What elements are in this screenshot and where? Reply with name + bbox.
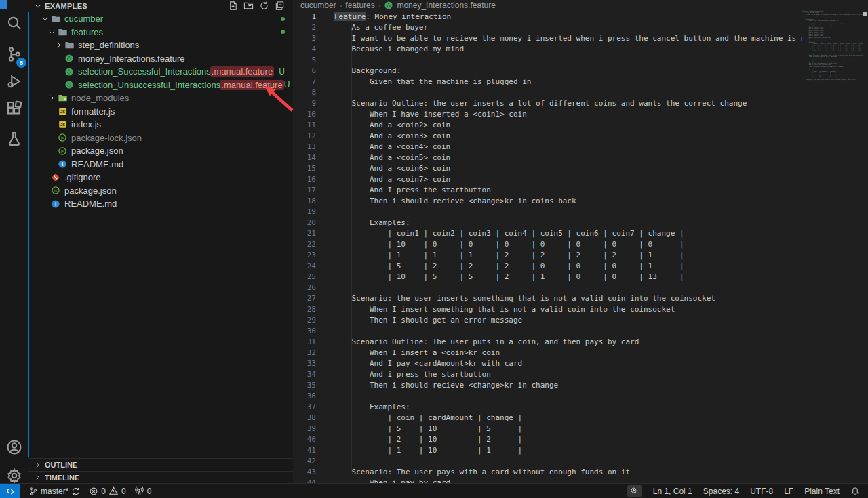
code-line[interactable]: 22 | 10 | 0 | 0 | 0 | 0 | 0 | 0 | 0 | — [293, 239, 802, 250]
tree-item-selection-successful-interactions[interactable]: selection_Successful_Interactions.manual… — [29, 65, 292, 79]
testing-icon[interactable] — [0, 125, 28, 152]
code-line[interactable]: 7 Given that the machine is plugged in — [293, 77, 802, 87]
encoding[interactable]: UTF-8 — [750, 486, 773, 496]
tree-item-package-json[interactable]: jspackage.json — [29, 184, 292, 198]
tree-item-cucumber[interactable]: cucumber — [29, 12, 292, 26]
zoom-indicator[interactable] — [627, 485, 642, 497]
tree-item-label: selection_Unsuccessful_Interactions — [78, 80, 220, 90]
run-and-debug-icon[interactable] — [0, 68, 28, 95]
breadcrumb-item[interactable]: cucumber — [300, 1, 336, 10]
code-line[interactable]: 8 — [293, 87, 802, 98]
code-line[interactable]: 23 | 1 | 1 | 1 | 2 | 2 | 2 | 2 | 1 | — [293, 250, 802, 261]
collapse-all-icon[interactable] — [275, 1, 285, 11]
breadcrumb-item[interactable]: features — [345, 1, 374, 10]
code-line[interactable]: 2 As a coffee buyer — [293, 22, 802, 33]
git-branch-status[interactable]: master* — [28, 486, 81, 496]
code-line[interactable]: 1Feature: Money interaction — [293, 12, 802, 22]
code-line[interactable]: 16 And a <coin7> coin — [293, 174, 802, 185]
code-line[interactable]: 35 Then i should recieve <change>kr in c… — [293, 380, 802, 391]
git-untracked-badge: U — [284, 80, 290, 89]
code-line[interactable]: 38 | coin | cardAmount | change | — [293, 413, 802, 423]
code-line[interactable]: 28 When I insert something that is not a… — [293, 304, 802, 315]
refresh-icon[interactable] — [259, 1, 269, 11]
code-line[interactable]: 43 Scenario: The user pays with a card w… — [293, 467, 802, 478]
tree-item-label: money_Interactions.feature — [78, 54, 185, 64]
code-line[interactable]: 41 | 1 | 10 | 1 | — [293, 445, 802, 456]
outline-section-header[interactable]: OUTLINE — [28, 458, 293, 471]
source-control-icon[interactable]: 5 — [0, 41, 28, 68]
code-line[interactable]: 37 Examples: — [293, 402, 802, 413]
code-line[interactable]: 27 Scenario: the user inserts something … — [293, 293, 802, 304]
code-line[interactable]: 4 Because i changed my mind — [293, 44, 802, 55]
breadcrumb-item[interactable]: money_Interactions.feature — [397, 1, 495, 10]
line-content: Scenario Outline: The user puts in a coi… — [334, 337, 802, 348]
code-line[interactable]: 26 — [293, 283, 802, 293]
code-line[interactable]: 25 | 10 | 5 | 5 | 2 | 1 | 0 | 0 | 13 | — [293, 272, 802, 283]
code-line[interactable]: 40 | 2 | 10 | 2 | — [293, 434, 802, 445]
timeline-label: TIMELINE — [45, 474, 79, 482]
problems-status[interactable]: 0 0 — [89, 486, 125, 496]
code-line[interactable]: 42 — [293, 456, 802, 467]
code-line[interactable]: 20 Examples: — [293, 217, 802, 228]
tree-item-index-js[interactable]: JSindex.js — [29, 118, 292, 131]
notifications-bell-icon[interactable] — [850, 486, 860, 496]
timeline-section-header[interactable]: TIMELINE — [28, 471, 293, 483]
code-line[interactable]: 21 | coin1 | coin2 | coin3 | coin4 | coi… — [293, 228, 802, 239]
explorer-section-header[interactable]: EXAMPLES — [28, 0, 293, 12]
code-line[interactable]: 10 When I have inserted a <coin1> coin — [293, 109, 802, 120]
code-line[interactable]: 14 And a <coin5> coin — [293, 152, 802, 163]
line-content: And I press the startbutton — [334, 185, 802, 196]
code-line[interactable]: 3 I want to be able to recieve the money… — [293, 33, 802, 44]
line-number: 25 — [293, 272, 334, 283]
code-line[interactable]: 31 Scenario Outline: The user puts in a … — [293, 337, 802, 348]
tree-item-package-lock-json[interactable]: jspackage-lock.json — [29, 131, 292, 145]
code-line[interactable]: 11 And a <coin2> coin — [293, 120, 802, 131]
code-line[interactable]: 32 When I insert a <coin>kr coin — [293, 348, 802, 358]
language-mode[interactable]: Plain Text — [804, 486, 840, 496]
tree-item--gitignore[interactable]: .gitignore — [29, 171, 292, 184]
code-line[interactable]: 34 And i press the startbutton — [293, 369, 802, 380]
tree-item-formatter-js[interactable]: JSformatter.js — [29, 105, 292, 119]
code-area[interactable]: 1Feature: Money interaction2 As a coffee… — [293, 12, 802, 483]
tree-item-features[interactable]: features — [29, 26, 292, 39]
new-file-icon[interactable] — [228, 1, 238, 11]
code-line[interactable]: 19 — [293, 207, 802, 217]
tree-item-readme-md[interactable]: iREADME.md — [29, 158, 292, 171]
indentation[interactable]: Spaces: 4 — [703, 486, 739, 496]
tree-item-step-definitions[interactable]: step_definitions — [29, 39, 292, 52]
code-line[interactable]: 13 And a <coin4> coin — [293, 142, 802, 152]
code-line[interactable]: 9 Scenario Outline: the user inserts a l… — [293, 98, 802, 109]
ports-status[interactable]: 0 — [134, 486, 152, 496]
minimap[interactable]: Feature: Money interaction As a coffee b… — [802, 10, 863, 478]
search-icon[interactable] — [0, 9, 28, 37]
line-content: When I insert a <coin>kr coin — [334, 348, 802, 358]
git-branch-icon — [28, 486, 38, 496]
tree-item-money-interactions-feature[interactable]: money_Interactions.feature — [29, 52, 292, 66]
line-number: 44 — [293, 478, 334, 483]
code-line[interactable]: 24 | 5 | 2 | 2 | 2 | 0 | 0 | 0 | 1 | — [293, 261, 802, 272]
new-folder-icon[interactable] — [243, 1, 254, 11]
code-line[interactable]: 30 — [293, 326, 802, 337]
code-line[interactable]: 6 Background: — [293, 66, 802, 77]
code-line[interactable]: 15 And a <coin6> coin — [293, 163, 802, 174]
code-line[interactable]: 5 — [293, 55, 802, 66]
code-line[interactable]: 17 And I press the startbutton — [293, 185, 802, 196]
code-line[interactable]: 12 And a <coin3> coin — [293, 131, 802, 142]
code-line[interactable]: 33 And I pay <cardAmount>kr with card — [293, 358, 802, 369]
code-line[interactable]: 29 Then I should get an error message — [293, 315, 802, 326]
cursor-position[interactable]: Ln 1, Col 1 — [653, 486, 692, 496]
tree-item-selection-unsuccessful-interactions[interactable]: selection_Unsuccessful_Interactions.manu… — [29, 79, 292, 92]
remote-indicator[interactable] — [0, 484, 20, 498]
code-line[interactable]: 39 | 5 | 10 | 5 | — [293, 423, 802, 434]
line-number: 5 — [293, 55, 334, 66]
code-line[interactable]: 18 Then i should recieve <change>kr in c… — [293, 196, 802, 207]
code-line[interactable]: 36 — [293, 391, 802, 402]
tree-item-readme-md[interactable]: iREADME.md — [29, 197, 292, 211]
line-number: 42 — [293, 456, 334, 467]
tree-item-package-json[interactable]: jspackage.json — [29, 144, 292, 158]
eol-sequence[interactable]: LF — [784, 486, 793, 496]
tree-item-node-modules[interactable]: node_modules — [29, 91, 292, 105]
extensions-icon[interactable] — [0, 95, 28, 122]
code-line[interactable]: 44 When i pay by card — [293, 478, 802, 483]
accounts-icon[interactable] — [0, 434, 28, 461]
